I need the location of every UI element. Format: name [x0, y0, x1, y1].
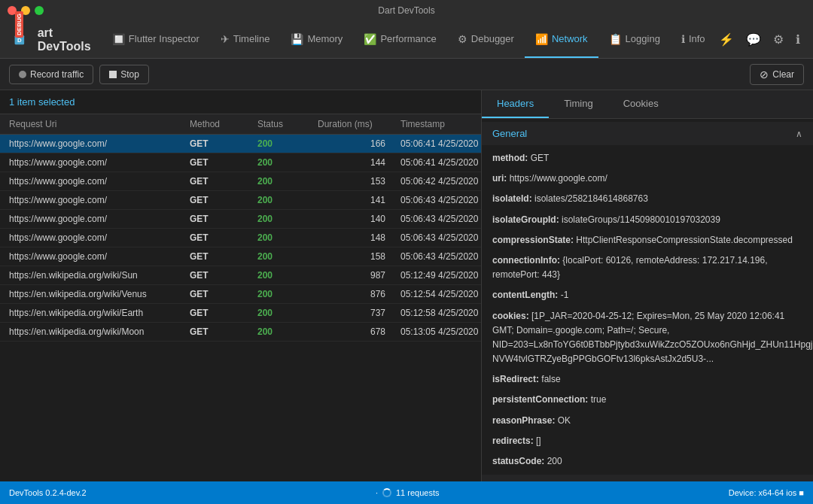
app-title: art DevTools — [38, 26, 94, 53]
table-row[interactable]: https://en.wikipedia.org/wiki/Venus GET … — [0, 285, 481, 304]
row-duration: 141 — [318, 195, 400, 205]
tab-info[interactable]: ℹ Info — [671, 21, 716, 58]
row-uri: https://www.google.com/ — [9, 251, 190, 262]
row-duration: 158 — [318, 251, 400, 262]
maximize-button[interactable] — [35, 6, 44, 15]
detail-content: General ∧ method: GETuri: https://www.go… — [482, 119, 813, 481]
table-row[interactable]: https://www.google.com/ GET 200 166 05:0… — [0, 135, 481, 153]
detail-field: statusCode: 200 — [492, 451, 802, 472]
status-bar: DevTools 0.2.4-dev.2 · 11 requests Devic… — [0, 481, 813, 504]
row-uri: https://en.wikipedia.org/wiki/Earth — [9, 308, 190, 318]
row-method: GET — [190, 138, 257, 149]
record-dot-icon — [19, 71, 26, 78]
debug-badge: DEBUG — [15, 11, 23, 38]
table-row[interactable]: https://www.google.com/ GET 200 148 05:0… — [0, 229, 481, 247]
logging-icon: 📋 — [609, 33, 622, 45]
requests-count: 11 requests — [396, 488, 439, 497]
stop-button[interactable]: Stop — [99, 65, 149, 84]
clear-button[interactable]: ⊘ Clear — [750, 64, 804, 85]
left-panel: 1 item selected Request Uri Method Statu… — [0, 90, 482, 481]
table-row[interactable]: https://www.google.com/ GET 200 153 05:0… — [0, 172, 481, 191]
tab-timing[interactable]: Timing — [549, 90, 608, 118]
tab-logging[interactable]: 📋 Logging — [598, 21, 671, 58]
tab-network[interactable]: 📶 Network — [525, 21, 598, 58]
field-value: GET — [528, 153, 549, 163]
tab-flutter-inspector-label: Flutter Inspector — [129, 33, 199, 44]
lightning-icon[interactable]: ⚡ — [716, 29, 737, 50]
field-key: compressionState: — [492, 235, 574, 245]
row-duration: 144 — [318, 157, 400, 168]
tab-cookies-label: Cookies — [623, 98, 659, 109]
device-info: Device: x64-64 ios ■ — [729, 488, 804, 497]
response-headers-section-header[interactable]: Response Headers ∧ — [482, 475, 813, 481]
traffic-lights — [8, 6, 44, 15]
tab-timeline[interactable]: ✈ Timeline — [210, 21, 281, 58]
debugger-icon: ⚙ — [458, 33, 467, 45]
table-row[interactable]: https://www.google.com/ GET 200 144 05:0… — [0, 153, 481, 172]
row-status: 200 — [257, 270, 318, 281]
row-timestamp: 05:06:43 4/25/2020 — [400, 195, 481, 205]
field-key: persistentConnection: — [492, 394, 588, 405]
window-title: Dart DevTools — [378, 5, 434, 16]
response-headers-title: Response Headers — [492, 481, 576, 481]
row-method: GET — [190, 195, 257, 205]
row-status: 200 — [257, 308, 318, 318]
table-row[interactable]: https://en.wikipedia.org/wiki/Sun GET 20… — [0, 266, 481, 285]
field-key: statusCode: — [492, 456, 544, 466]
table-row[interactable]: https://en.wikipedia.org/wiki/Moon GET 2… — [0, 323, 481, 342]
loading-spinner — [382, 488, 391, 497]
main-content: 1 item selected Request Uri Method Statu… — [0, 90, 813, 481]
top-nav: DEBUG D art DevTools 🔲 Flutter Inspector… — [0, 21, 813, 59]
record-traffic-button[interactable]: Record traffic — [9, 65, 93, 84]
row-timestamp: 05:12:54 4/25/2020 — [400, 289, 481, 299]
col-header-status: Status — [257, 119, 318, 129]
field-key: redirects: — [492, 436, 534, 446]
general-detail-rows: method: GETuri: https://www.google.com/i… — [482, 145, 813, 475]
row-status: 200 — [257, 232, 318, 243]
field-value: https://www.google.com/ — [507, 173, 607, 184]
detail-field: cookies: [1P_JAR=2020-04-25-12; Expires=… — [492, 306, 802, 370]
detail-field: uri: https://www.google.com/ — [492, 169, 802, 189]
row-uri: https://en.wikipedia.org/wiki/Moon — [9, 326, 190, 337]
field-key: cookies: — [492, 311, 529, 321]
table-row[interactable]: https://www.google.com/ GET 200 141 05:0… — [0, 191, 481, 210]
field-key: reasonPhrase: — [492, 415, 555, 426]
help-icon[interactable]: ℹ — [793, 29, 803, 50]
settings-icon[interactable]: ⚙ — [770, 29, 787, 50]
table-row[interactable]: https://www.google.com/ GET 200 140 05:0… — [0, 210, 481, 229]
row-timestamp: 05:12:58 4/25/2020 — [400, 308, 481, 318]
general-section-header[interactable]: General ∧ — [482, 122, 813, 145]
detail-field: contentLength: -1 — [492, 285, 802, 305]
tab-headers[interactable]: Headers — [482, 90, 549, 118]
tab-flutter-inspector[interactable]: 🔲 Flutter Inspector — [102, 21, 210, 58]
col-header-uri: Request Uri — [9, 119, 190, 129]
row-duration: 737 — [318, 308, 400, 318]
table-row[interactable]: https://www.google.com/ GET 200 158 05:0… — [0, 247, 481, 266]
field-key: isolateId: — [492, 193, 532, 204]
detail-field: isRedirect: false — [492, 369, 802, 390]
field-value: 200 — [544, 456, 562, 466]
general-section-title: General — [492, 128, 527, 139]
row-uri: https://en.wikipedia.org/wiki/Sun — [9, 270, 190, 281]
tab-performance[interactable]: ✅ Performance — [353, 21, 446, 58]
tab-info-label: Info — [689, 33, 705, 44]
field-value: [] — [534, 436, 541, 446]
row-timestamp: 05:06:41 4/25/2020 — [400, 157, 481, 168]
row-duration: 876 — [318, 289, 400, 299]
row-duration: 987 — [318, 270, 400, 281]
tab-cookies[interactable]: Cookies — [608, 90, 674, 118]
row-method: GET — [190, 270, 257, 281]
field-value: OK — [555, 415, 571, 426]
row-method: GET — [190, 176, 257, 187]
chat-icon[interactable]: 💬 — [743, 29, 764, 50]
field-value: isolateGroups/11450980010197032039 — [559, 214, 720, 225]
table-row[interactable]: https://en.wikipedia.org/wiki/Earth GET … — [0, 304, 481, 323]
tab-memory[interactable]: 💾 Memory — [280, 21, 353, 58]
tab-headers-label: Headers — [497, 98, 534, 109]
stop-square-icon — [109, 71, 117, 78]
nav-tabs: 🔲 Flutter Inspector ✈ Timeline 💾 Memory … — [102, 21, 716, 58]
performance-icon: ✅ — [364, 33, 376, 45]
tab-debugger[interactable]: ⚙ Debugger — [447, 21, 525, 58]
row-uri: https://www.google.com/ — [9, 138, 190, 149]
row-timestamp: 05:06:42 4/25/2020 — [400, 176, 481, 187]
